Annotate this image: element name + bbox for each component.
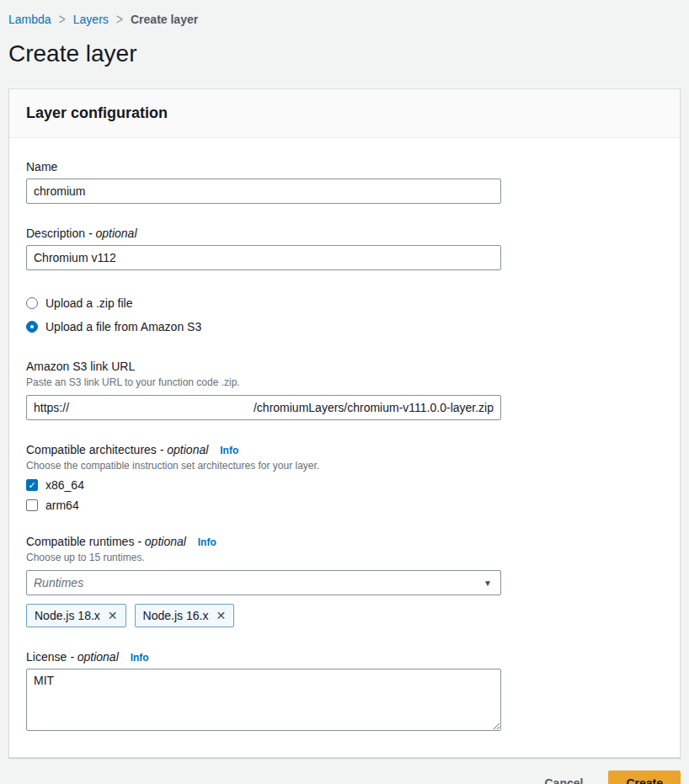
breadcrumb-separator-icon: >	[116, 11, 123, 28]
checkbox-x86-64-label: x86_64	[45, 478, 84, 492]
runtimes-label-text: Compatible runtimes	[26, 535, 134, 548]
runtimes-select-placeholder: Runtimes	[34, 576, 83, 589]
description-label-text: Description	[26, 227, 85, 240]
runtimes-hint: Choose up to 15 runtimes.	[26, 552, 663, 563]
checkbox-x86-64[interactable]: ✓ x86_64	[26, 478, 663, 492]
checkbox-checked-icon[interactable]: ✓	[26, 479, 38, 491]
close-icon[interactable]: ✕	[216, 610, 226, 621]
panel-title: Layer configuration	[26, 104, 663, 122]
breadcrumb-current: Create layer	[131, 13, 198, 26]
token-nodejs-16: Node.js 16.x ✕	[135, 604, 235, 627]
panel-body: Name Description - optional Upload a .zi…	[9, 138, 680, 757]
page-title: Create layer	[8, 40, 681, 67]
cancel-button[interactable]: Cancel	[544, 776, 583, 784]
breadcrumb-separator-icon: >	[59, 11, 66, 28]
radio-upload-s3-label: Upload a file from Amazon S3	[45, 320, 201, 333]
license-label-text: License	[26, 650, 67, 664]
s3-url-input[interactable]: https:// /chromiumLayers/chromium-v111.0…	[26, 395, 501, 420]
s3-url-label: Amazon S3 link URL	[26, 360, 663, 373]
s3-url-prefix: https://	[34, 401, 69, 414]
s3-url-hint: Paste an S3 link URL to your function co…	[26, 376, 663, 388]
description-optional-text: - optional	[88, 227, 137, 240]
chevron-down-icon: ▼	[483, 579, 492, 588]
license-optional-text: - optional	[70, 650, 119, 664]
runtimes-label: Compatible runtimes - optional Info	[26, 535, 663, 548]
radio-selected-icon[interactable]	[26, 321, 38, 333]
checkbox-unchecked-icon[interactable]	[26, 499, 38, 511]
s3-url-field: Amazon S3 link URL Paste an S3 link URL …	[26, 360, 663, 420]
breadcrumb: Lambda > Layers > Create layer	[8, 0, 681, 26]
radio-upload-zip[interactable]: Upload a .zip file	[26, 296, 663, 310]
license-textarea[interactable]: MIT	[26, 669, 501, 731]
runtimes-select[interactable]: Runtimes ▼	[26, 570, 501, 595]
license-label: License - optional Info	[26, 650, 663, 664]
license-info-link[interactable]: Info	[131, 652, 149, 664]
runtimes-optional-text: - optional	[137, 535, 186, 548]
radio-upload-zip-label: Upload a .zip file	[45, 296, 133, 310]
description-label: Description - optional	[26, 227, 663, 240]
token-nodejs-18-label: Node.js 18.x	[35, 609, 100, 622]
name-label-text: Name	[26, 160, 57, 173]
panel-header: Layer configuration	[9, 89, 680, 138]
token-nodejs-16-label: Node.js 16.x	[143, 609, 209, 622]
page: Lambda > Layers > Create layer Create la…	[0, 0, 689, 784]
breadcrumb-lambda[interactable]: Lambda	[8, 13, 51, 26]
layer-configuration-panel: Layer configuration Name Description - o…	[8, 88, 681, 758]
name-field: Name	[26, 160, 663, 204]
architectures-optional-text: - optional	[160, 443, 209, 456]
runtimes-field: Compatible runtimes - optional Info Choo…	[26, 535, 663, 627]
architectures-label: Compatible architectures - optional Info	[26, 443, 663, 456]
radio-icon[interactable]	[26, 297, 38, 309]
form-actions: Cancel Create	[8, 771, 681, 784]
description-input[interactable]	[26, 245, 501, 270]
architectures-info-link[interactable]: Info	[220, 445, 238, 456]
breadcrumb-layers[interactable]: Layers	[73, 13, 109, 26]
name-input[interactable]	[26, 179, 501, 204]
upload-source-radio-group: Upload a .zip file Upload a file from Am…	[26, 296, 663, 333]
radio-upload-s3[interactable]: Upload a file from Amazon S3	[26, 320, 663, 333]
token-nodejs-18: Node.js 18.x ✕	[26, 604, 126, 627]
name-label: Name	[26, 160, 663, 173]
runtimes-info-link[interactable]: Info	[198, 536, 216, 548]
checkbox-arm64-label: arm64	[45, 499, 79, 512]
close-icon[interactable]: ✕	[108, 610, 118, 621]
s3-url-label-text: Amazon S3 link URL	[26, 360, 135, 373]
description-field: Description - optional	[26, 227, 663, 270]
architectures-hint: Choose the compatible instruction set ar…	[26, 460, 663, 472]
architectures-label-text: Compatible architectures	[26, 443, 157, 456]
create-button[interactable]: Create	[608, 771, 681, 784]
license-field: License - optional Info MIT	[26, 650, 663, 733]
architectures-field: Compatible architectures - optional Info…	[26, 443, 663, 512]
s3-url-suffix: /chromiumLayers/chromium-v111.0.0-layer.…	[254, 401, 494, 414]
checkbox-arm64[interactable]: arm64	[26, 499, 663, 512]
runtime-tokens: Node.js 18.x ✕ Node.js 16.x ✕	[26, 604, 663, 627]
